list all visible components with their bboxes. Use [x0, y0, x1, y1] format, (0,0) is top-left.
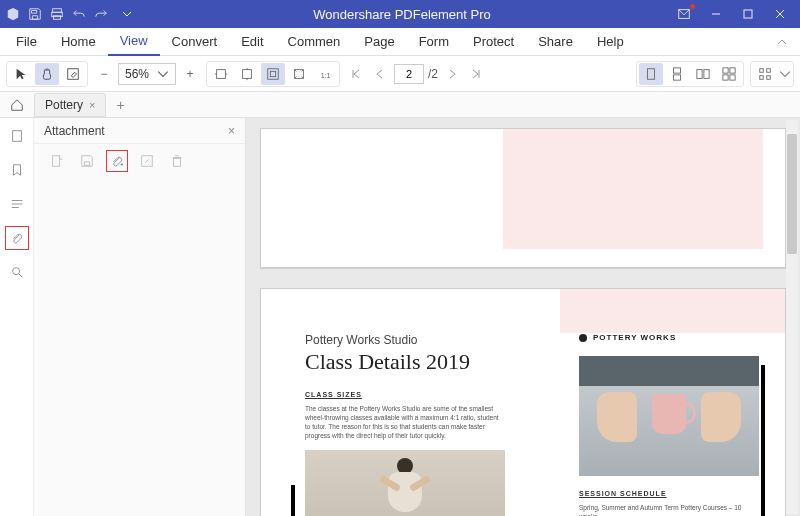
edit-attachment-icon[interactable]: [136, 150, 158, 172]
svg-rect-0: [53, 9, 62, 13]
notification-mail-icon[interactable]: [668, 0, 700, 28]
bookmarks-rail-icon[interactable]: [5, 158, 29, 182]
doc-image-pottery-wheel: [305, 450, 505, 516]
app-title: Wondershare PDFelement Pro: [136, 7, 668, 22]
side-rail: [0, 118, 34, 516]
svg-rect-22: [760, 68, 764, 72]
thumbnail-view-icon[interactable]: [753, 63, 777, 85]
left-column: Pottery Works Studio Class Details 2019 …: [305, 333, 505, 516]
menu-home[interactable]: Home: [49, 28, 108, 56]
svg-rect-35: [174, 158, 181, 166]
close-button[interactable]: [764, 0, 796, 28]
tab-label: Pottery: [45, 98, 83, 112]
menu-convert[interactable]: Convert: [160, 28, 230, 56]
page-2: Pottery Works Studio Class Details 2019 …: [260, 288, 786, 516]
collapse-ribbon-icon[interactable]: [768, 36, 796, 48]
menu-bar: File Home View Convert Edit Commen Page …: [0, 28, 800, 56]
body-text: Spring, Summer and Autumn Term Pottery C…: [579, 503, 759, 516]
menu-file[interactable]: File: [4, 28, 49, 56]
body-area: Attachment × Pottery Works Studio Class …: [0, 118, 800, 516]
actual-size-icon[interactable]: [287, 63, 311, 85]
home-tab-icon[interactable]: [0, 98, 34, 112]
close-tab-icon[interactable]: ×: [89, 99, 95, 111]
svg-rect-21: [730, 74, 735, 79]
chevron-down-icon[interactable]: [779, 68, 791, 80]
menu-protect[interactable]: Protect: [461, 28, 526, 56]
fit-group: 1:1: [206, 61, 340, 87]
zoom-out-button[interactable]: −: [94, 64, 114, 84]
fit-page-icon[interactable]: [261, 63, 285, 85]
svg-text:1:1: 1:1: [321, 71, 331, 78]
menu-form[interactable]: Form: [407, 28, 461, 56]
doc-subtitle: Pottery Works Studio: [305, 333, 505, 347]
one-to-one-icon[interactable]: 1:1: [313, 63, 337, 85]
facing-continuous-icon[interactable]: [717, 63, 741, 85]
menu-view[interactable]: View: [108, 28, 160, 56]
minimize-button[interactable]: [700, 0, 732, 28]
search-rail-icon[interactable]: [5, 260, 29, 284]
save-icon[interactable]: [26, 5, 44, 23]
svg-rect-20: [723, 74, 728, 79]
continuous-icon[interactable]: [665, 63, 689, 85]
thumbnails-rail-icon[interactable]: [5, 124, 29, 148]
document-view[interactable]: Pottery Works Studio Class Details 2019 …: [246, 118, 800, 516]
zoom-in-button[interactable]: +: [180, 64, 200, 84]
last-page-icon[interactable]: [466, 64, 486, 84]
add-attachment-icon[interactable]: [106, 150, 128, 172]
maximize-button[interactable]: [732, 0, 764, 28]
fit-height-icon[interactable]: [235, 63, 259, 85]
zoom-select[interactable]: 56%: [118, 63, 176, 85]
svg-rect-14: [674, 67, 681, 72]
document-tab-bar: Pottery × +: [0, 92, 800, 118]
quick-access-dropdown-icon[interactable]: [118, 5, 136, 23]
menu-page[interactable]: Page: [352, 28, 406, 56]
svg-rect-15: [674, 74, 681, 79]
menu-edit[interactable]: Edit: [229, 28, 275, 56]
page-total: /2: [428, 67, 438, 81]
svg-rect-17: [704, 69, 709, 78]
first-page-icon[interactable]: [346, 64, 366, 84]
doc-image-hands-mug: [579, 356, 759, 476]
menu-share[interactable]: Share: [526, 28, 585, 56]
scrollbar[interactable]: [786, 120, 798, 514]
next-page-icon[interactable]: [442, 64, 462, 84]
facing-icon[interactable]: [691, 63, 715, 85]
window-controls: [668, 0, 796, 28]
svg-rect-24: [760, 75, 764, 79]
menu-help[interactable]: Help: [585, 28, 636, 56]
scroll-thumb[interactable]: [787, 134, 797, 254]
svg-rect-19: [730, 67, 735, 72]
save-attachment-icon[interactable]: [76, 150, 98, 172]
brand-dot-icon: [579, 334, 587, 342]
svg-rect-23: [767, 68, 771, 72]
attachment-rail-icon[interactable]: [5, 226, 29, 250]
prev-page-icon[interactable]: [370, 64, 390, 84]
decorative-block: [503, 129, 763, 249]
fit-width-icon[interactable]: [209, 63, 233, 85]
svg-rect-25: [767, 75, 771, 79]
menu-comment[interactable]: Commen: [276, 28, 353, 56]
open-attachment-icon[interactable]: [46, 150, 68, 172]
select-tool-icon[interactable]: [9, 63, 33, 85]
decorative-bar: [291, 485, 295, 516]
redo-icon[interactable]: [92, 5, 110, 23]
annotation-rail-icon[interactable]: [5, 192, 29, 216]
single-page-icon[interactable]: [639, 63, 663, 85]
attachment-panel: Attachment ×: [34, 118, 246, 516]
panel-header: Attachment ×: [34, 118, 245, 144]
close-panel-icon[interactable]: ×: [228, 124, 235, 138]
thumbnail-group: [750, 61, 794, 87]
svg-rect-9: [268, 68, 279, 79]
print-icon[interactable]: [48, 5, 66, 23]
document-tab[interactable]: Pottery ×: [34, 93, 106, 117]
delete-attachment-icon[interactable]: [166, 150, 188, 172]
page-input[interactable]: [394, 64, 424, 84]
right-column: POTTERY WORKS SESSION SCHEDULE Spring, S…: [579, 333, 759, 516]
edit-tool-icon[interactable]: [61, 63, 85, 85]
layout-group: [636, 61, 744, 87]
hand-tool-icon[interactable]: [35, 63, 59, 85]
new-tab-button[interactable]: +: [106, 97, 134, 113]
svg-rect-32: [53, 156, 60, 167]
undo-icon[interactable]: [70, 5, 88, 23]
view-toolbar: − 56% + 1:1 /2: [0, 56, 800, 92]
